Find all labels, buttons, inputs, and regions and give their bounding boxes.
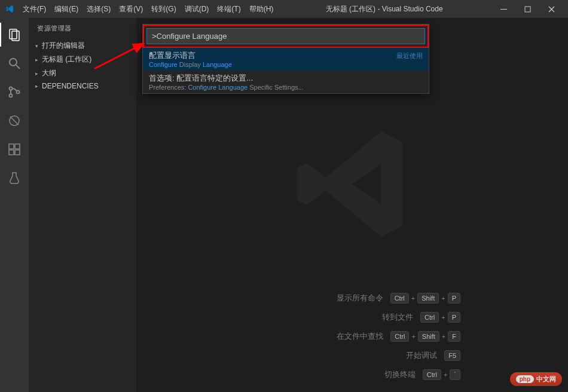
shortcut-row: 开始调试 F5 (406, 350, 460, 361)
menu-edit[interactable]: 编辑(E) (51, 2, 82, 17)
extensions-icon[interactable] (0, 137, 29, 161)
svg-rect-1 (525, 7, 530, 12)
window-controls (491, 0, 563, 18)
annotation-highlight-box (143, 24, 429, 48)
key-combo: Ctrl+ P (420, 312, 460, 323)
tree-item-label: 无标题 (工作区) (42, 54, 91, 65)
tree-item-open-editors[interactable]: ▾ 打开的编辑器 (29, 39, 136, 53)
shortcut-label: 开始调试 (406, 350, 437, 361)
menu-goto[interactable]: 转到(G) (148, 2, 179, 17)
chevron-right-icon: ▸ (33, 57, 39, 63)
watermark-badge: php 中文网 (510, 372, 562, 386)
tree-item-label: 打开的编辑器 (42, 41, 85, 51)
shortcut-label: 转到文件 (382, 312, 413, 323)
menu-select[interactable]: 选择(S) (83, 2, 114, 17)
key-combo: Ctrl+ ` (423, 369, 460, 380)
shortcut-label: 在文件中查找 (337, 331, 383, 342)
sidebar: 资源管理器 ▾ 打开的编辑器 ▸ 无标题 (工作区) ▸ 大纲 ▸ DEPEND… (29, 18, 136, 392)
svg-point-8 (17, 91, 20, 94)
palette-item-title: 配置显示语言 (149, 50, 196, 61)
svg-rect-13 (15, 150, 20, 155)
maximize-button[interactable] (515, 0, 539, 18)
sidebar-header: 资源管理器 (29, 18, 136, 39)
shortcut-row: 显示所有命令 Ctrl+ Shift+ P (337, 293, 460, 304)
chevron-right-icon: ▸ (33, 71, 39, 76)
key-combo: Ctrl+ Shift+ F (390, 331, 460, 342)
shortcut-label: 切换终端 (384, 369, 416, 380)
menu-debug[interactable]: 调试(D) (181, 2, 213, 17)
svg-rect-12 (9, 150, 14, 155)
palette-item-title: 首选项: 配置语言特定的设置... (149, 73, 253, 84)
svg-rect-0 (500, 9, 507, 10)
palette-item-configure-display-language[interactable]: 配置显示语言 最近使用 Configure Display Language (143, 48, 429, 71)
chevron-down-icon: ▾ (33, 43, 39, 49)
palette-item-subtitle: Configure Display Language (149, 61, 423, 68)
palette-item-hint: 最近使用 (396, 51, 423, 60)
welcome-shortcuts: 显示所有命令 Ctrl+ Shift+ P 转到文件 Ctrl+ P 在文件中查… (337, 293, 460, 380)
shortcut-row: 在文件中查找 Ctrl+ Shift+ F (337, 331, 460, 342)
svg-rect-14 (15, 144, 20, 149)
vscode-logo-icon (5, 4, 14, 14)
key-combo: Ctrl+ Shift+ P (390, 293, 460, 304)
debug-icon[interactable] (0, 109, 29, 133)
key-combo: F5 (444, 350, 460, 361)
title-bar: 文件(F) 编辑(E) 选择(S) 查看(V) 转到(G) 调试(D) 终端(T… (0, 0, 568, 18)
palette-item-preferences-language-settings[interactable]: 首选项: 配置语言特定的设置... Preferences: Configure… (143, 71, 429, 93)
menu-terminal[interactable]: 终端(T) (213, 2, 244, 17)
search-icon[interactable] (0, 51, 29, 75)
watermark-text: 中文网 (536, 375, 556, 384)
shortcut-label: 显示所有命令 (337, 293, 383, 304)
tree-item-label: 大纲 (42, 68, 56, 78)
svg-point-6 (10, 87, 13, 90)
svg-rect-11 (9, 144, 14, 149)
tree-item-workspace[interactable]: ▸ 无标题 (工作区) (29, 53, 136, 66)
svg-line-5 (16, 65, 20, 69)
close-button[interactable] (539, 0, 563, 18)
tree-item-outline[interactable]: ▸ 大纲 (29, 66, 136, 80)
svg-point-7 (10, 94, 13, 97)
minimize-button[interactable] (491, 0, 515, 18)
chevron-right-icon: ▸ (33, 83, 39, 89)
menu-help[interactable]: 帮助(H) (246, 2, 277, 17)
command-palette-input[interactable] (146, 28, 425, 44)
tree-item-label: DEPENDENCIES (42, 82, 99, 90)
source-control-icon[interactable] (0, 80, 29, 104)
svg-line-10 (10, 117, 19, 125)
window-title: 无标题 (工作区) - Visual Studio Code (277, 4, 491, 14)
menu-view[interactable]: 查看(V) (115, 2, 146, 17)
palette-item-subtitle: Preferences: Configure Language Specific… (149, 84, 423, 91)
menu-bar: 文件(F) 编辑(E) 选择(S) 查看(V) 转到(G) 调试(D) 终端(T… (19, 2, 277, 17)
test-icon[interactable] (0, 166, 29, 190)
svg-point-4 (10, 59, 17, 66)
php-logo-icon: php (516, 375, 534, 383)
vscode-watermark-icon (286, 118, 418, 252)
tree-item-dependencies[interactable]: ▸ DEPENDENCIES (29, 80, 136, 92)
activity-bar (0, 18, 29, 392)
command-palette: 配置显示语言 最近使用 Configure Display Language 首… (142, 24, 429, 94)
explorer-icon[interactable] (0, 23, 29, 47)
menu-file[interactable]: 文件(F) (19, 2, 50, 17)
shortcut-row: 转到文件 Ctrl+ P (382, 312, 460, 323)
shortcut-row: 切换终端 Ctrl+ ` (384, 369, 460, 380)
